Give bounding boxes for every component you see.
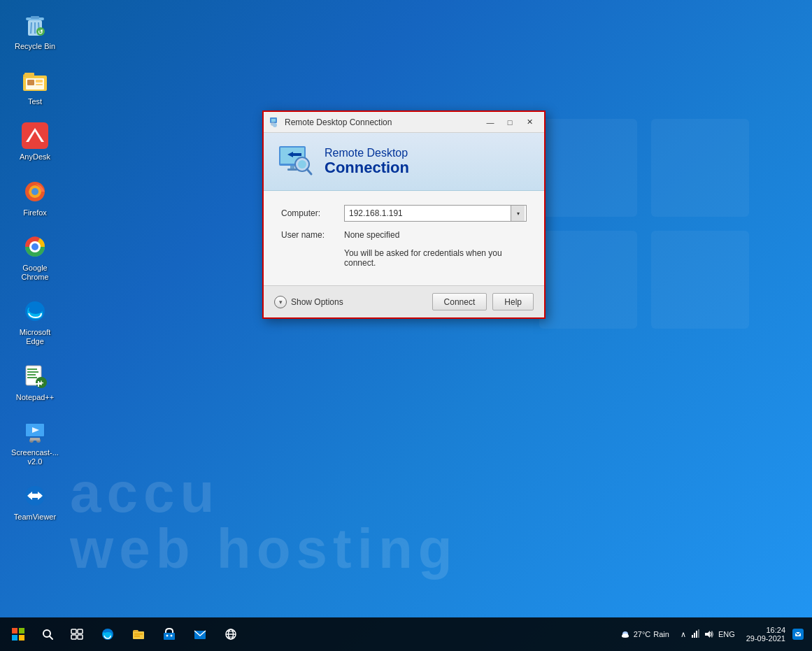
rdp-close-button[interactable]: ✕: [520, 115, 539, 129]
desktop: accu web hosting ↺ Recycle Bin: [0, 0, 812, 651]
desktop-icon-microsoft-edge[interactable]: Microsoft Edge: [7, 293, 63, 350]
svg-rect-71: [134, 634, 143, 635]
svg-rect-34: [27, 377, 37, 378]
taskbar-start-button[interactable]: [3, 619, 34, 650]
svg-point-27: [31, 243, 38, 250]
screencast-label: Screencast-... v2.0: [11, 448, 59, 466]
svg-rect-65: [71, 629, 76, 634]
windows-logo-watermark: [532, 112, 756, 336]
svg-rect-3: [651, 231, 749, 329]
screencast-icon: [21, 417, 49, 445]
svg-rect-15: [27, 80, 34, 85]
svg-rect-60: [19, 628, 24, 634]
svg-rect-86: [698, 629, 699, 638]
taskbar-store-button[interactable]: [155, 620, 183, 648]
rdp-show-options-icon: ▾: [274, 296, 287, 308]
taskbar-edge-icon: [101, 627, 115, 641]
rdp-computer-value: 192.168.1.191: [349, 208, 522, 218]
svg-rect-83: [692, 635, 693, 638]
svg-text:↺: ↺: [38, 29, 43, 36]
rdp-help-button[interactable]: Help: [492, 293, 534, 310]
rdp-minimize-button[interactable]: —: [481, 115, 499, 129]
rdp-dialog: Remote Desktop Connection — □ ✕: [262, 110, 546, 319]
chrome-label: Google Chrome: [11, 264, 59, 282]
notepadpp-label: Notepad++: [16, 393, 54, 402]
svg-rect-84: [694, 633, 695, 638]
svg-marker-87: [705, 631, 710, 638]
anydesk-icon: [21, 122, 49, 150]
taskbar-taskview-button[interactable]: [63, 620, 91, 648]
svg-rect-1: [651, 119, 749, 217]
taskbar-edge-button[interactable]: [94, 620, 122, 648]
svg-rect-59: [12, 628, 17, 634]
svg-line-64: [50, 636, 52, 639]
rdp-show-options[interactable]: ▾ Show Options: [274, 296, 432, 308]
watermark-text2: web hosting: [70, 517, 812, 581]
rdp-maximize-button[interactable]: □: [501, 115, 519, 129]
desktop-icon-teamviewer[interactable]: TeamViewer: [7, 478, 63, 526]
recycle-bin-icon: ↺: [21, 11, 49, 39]
desktop-icon-test[interactable]: Test: [7, 62, 63, 110]
rdp-titlebar-buttons: — □ ✕: [481, 115, 539, 129]
taskbar-explorer-button[interactable]: [124, 620, 152, 648]
taskbar-clock[interactable]: 16:24 29-09-2021: [742, 624, 790, 644]
svg-point-56: [298, 160, 306, 169]
svg-point-74: [166, 635, 169, 637]
svg-rect-13: [24, 73, 34, 77]
desktop-icon-recycle-bin[interactable]: ↺ Recycle Bin: [7, 7, 63, 55]
rdp-computer-label: Computer:: [281, 208, 344, 218]
search-icon: [41, 628, 54, 641]
svg-rect-62: [19, 635, 24, 641]
rdp-body: Computer: 192.168.1.191 ▾ User name: Non…: [264, 191, 544, 285]
rdp-username-label: User name:: [281, 230, 344, 240]
edge-label: Microsoft Edge: [11, 328, 59, 346]
rdp-header-title: Remote Desktop Connection: [325, 147, 409, 176]
rdp-computer-dropdown[interactable]: ▾: [511, 206, 525, 221]
network-icon: [224, 627, 238, 641]
mail-icon: [193, 627, 207, 641]
teamviewer-icon: [21, 482, 49, 510]
svg-rect-70: [133, 631, 144, 639]
rdp-header: Remote Desktop Connection: [264, 133, 544, 191]
rdp-computer-input[interactable]: 192.168.1.191 ▾: [344, 205, 527, 222]
teamviewer-label: TeamViewer: [14, 513, 56, 522]
taskbar-network-button[interactable]: [217, 620, 245, 648]
desktop-icon-google-chrome[interactable]: Google Chrome: [7, 229, 63, 286]
svg-point-50: [273, 123, 277, 127]
rdp-header-icon: [278, 143, 314, 180]
taskbar-mail-button[interactable]: [186, 620, 214, 648]
network-tray-icon: [690, 629, 700, 639]
svg-rect-17: [36, 84, 43, 85]
desktop-icon-firefox[interactable]: Firefox: [7, 173, 63, 222]
rdp-connect-button[interactable]: Connect: [432, 293, 487, 310]
svg-rect-41: [30, 438, 40, 441]
anydesk-label: AnyDesk: [20, 152, 50, 162]
svg-line-7: [31, 22, 31, 34]
rdp-header-line1: Remote Desktop: [325, 147, 409, 159]
svg-rect-66: [78, 629, 83, 634]
language-indicator[interactable]: ENG: [718, 630, 735, 638]
desktop-icon-notepadpp[interactable]: + Notepad++: [7, 358, 63, 406]
svg-rect-32: [27, 371, 38, 373]
rdp-computer-row: Computer: 192.168.1.191 ▾: [281, 205, 527, 222]
test-folder-icon: [21, 66, 49, 94]
desktop-icon-anydesk[interactable]: AnyDesk: [7, 117, 63, 166]
taskbar: 27°C Rain ∧ ENG: [0, 617, 812, 651]
taskbar-search-button[interactable]: [35, 622, 60, 647]
tray-chevron[interactable]: ∧: [681, 630, 686, 639]
svg-rect-6: [31, 16, 39, 19]
weather-temp: 27°C: [634, 630, 651, 638]
svg-rect-73: [164, 633, 175, 640]
notification-icon: [795, 631, 802, 638]
desktop-icon-screencast[interactable]: Screencast-... v2.0: [7, 413, 63, 471]
taskbar-notification-button[interactable]: [792, 629, 804, 640]
taskbar-sys-tray: ∧ ENG: [676, 628, 739, 641]
svg-rect-16: [36, 80, 43, 83]
svg-rect-61: [12, 635, 17, 641]
svg-rect-33: [27, 374, 36, 375]
recycle-bin-label: Recycle Bin: [15, 42, 55, 51]
rdp-footer: ▾ Show Options Connect Help: [264, 285, 544, 317]
taskbar-weather[interactable]: 27°C Rain: [615, 627, 674, 641]
svg-point-75: [171, 635, 173, 637]
rdp-titlebar: Remote Desktop Connection — □ ✕: [264, 112, 544, 133]
